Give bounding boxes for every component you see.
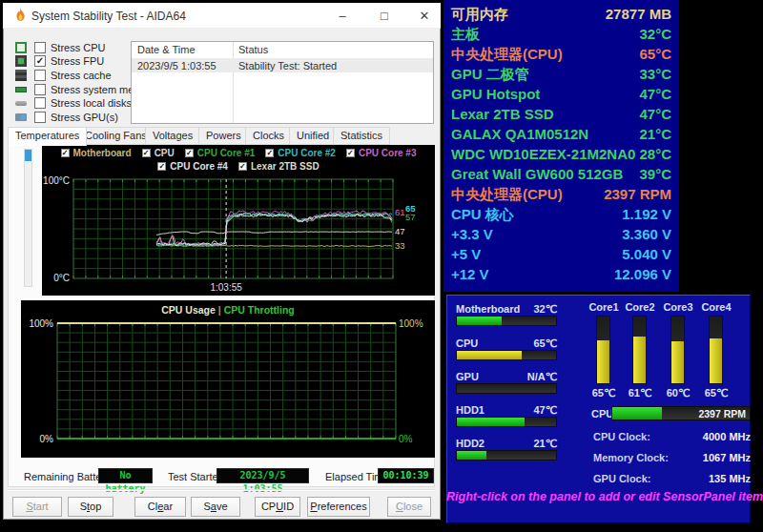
cpu-clock-value: 4000 MHz — [629, 431, 751, 442]
legend-motherboard[interactable]: ✓Motherboard — [61, 147, 132, 158]
tab-temperatures[interactable]: Temperatures — [8, 127, 87, 146]
tab-clocks[interactable]: Clocks — [245, 127, 292, 145]
core1-label: Core1 — [588, 301, 620, 313]
log-col-status[interactable]: Status — [238, 44, 268, 55]
svg-text:1:03:55: 1:03:55 — [210, 282, 242, 293]
stress-fpu-label: Stress FPU — [51, 55, 104, 67]
gauge-hdd2: HDD221℃ — [456, 438, 557, 450]
legend-cpu-core2-checkbox[interactable]: ✓ — [265, 149, 274, 157]
legend-cpu[interactable]: ✓CPU — [142, 147, 175, 158]
core1-value: 65℃ — [588, 387, 620, 399]
sensor-row: GPU 二极管33°C — [443, 66, 679, 86]
minimize-button[interactable]: – — [328, 9, 357, 26]
log-table[interactable]: Date & Time Status 2023/9/5 1:03:55 Stab… — [131, 41, 434, 124]
graph-scrollbar-thumb[interactable] — [25, 150, 31, 161]
sensor-row: +3.3 V3.360 V — [443, 226, 679, 246]
clear-button[interactable]: Clear — [134, 497, 186, 517]
fan-gauge-bar: 2397 RPM — [611, 406, 751, 420]
cpu-usage-chart: 100%0%100%0% — [21, 300, 435, 458]
svg-text:57: 57 — [405, 212, 416, 222]
start-button[interactable]: Start — [12, 497, 62, 517]
svg-text:0%: 0% — [399, 434, 413, 444]
legend-cpu-checkbox[interactable]: ✓ — [142, 149, 151, 157]
core2-label: Core2 — [624, 301, 656, 313]
stress-cpu-label: Stress CPU — [51, 42, 105, 53]
cpuid-button[interactable]: CPUID — [255, 497, 300, 517]
sensor-row: Lexar 2TB SSD47°C — [443, 106, 679, 126]
svg-text:0%: 0% — [40, 434, 54, 444]
legend-motherboard-checkbox[interactable]: ✓ — [61, 149, 70, 157]
legend-cpu-core2[interactable]: ✓CPU Core #2 — [265, 147, 336, 158]
gauge-cpu: CPU65℃ — [456, 338, 557, 350]
log-col-datetime[interactable]: Date & Time — [137, 44, 196, 55]
legend-cpu-core3-checkbox[interactable]: ✓ — [346, 149, 355, 157]
tab-voltages[interactable]: Voltages — [145, 127, 200, 145]
close-button[interactable]: ✕ — [410, 9, 439, 26]
svg-text:61: 61 — [395, 207, 405, 217]
sensor-row: WDC WD10EZEX-21M2NA028°C — [443, 146, 679, 166]
sensor-row: 可用内存27877 MB — [443, 6, 679, 26]
memory-clock-value: 1067 MHz — [629, 452, 751, 463]
save-button[interactable]: Save — [191, 497, 240, 517]
legend-lexar-ssd[interactable]: ✓Lexar 2TB SSD — [238, 160, 320, 172]
fan-gauge-label: CPU — [591, 408, 613, 419]
stress-disks-checkbox[interactable] — [34, 97, 46, 109]
sensor-row: Great Wall GW600 512GB39°C — [443, 166, 679, 186]
gauge-motherboard-bar — [456, 316, 557, 326]
stress-cache-checkbox[interactable] — [34, 70, 46, 81]
legend-cpu-core3[interactable]: ✓CPU Core #3 — [346, 147, 417, 158]
stress-cache-label: Stress cache — [51, 70, 112, 81]
preferences-button[interactable]: Preferences — [307, 497, 370, 517]
gpu-clock-value: 135 MHz — [629, 473, 751, 484]
screen: System Stability Test - AIDA64 – □ ✕ Str… — [0, 0, 763, 532]
stress-cpu-icon — [15, 42, 27, 53]
core2-value: 61℃ — [624, 387, 656, 399]
sensor-row: GALAX QA1M0512N21°C — [443, 126, 679, 146]
gauge-gpu: GPUN/A℃ — [456, 371, 557, 383]
gauge-motherboard: Motherboard32℃ — [456, 303, 557, 316]
test-started-value: 2023/9/5 1:03:55 — [217, 468, 309, 483]
sensor-panel-readings[interactable]: 可用内存27877 MB主板32°C中央处理器(CPU)65°CGPU 二极管3… — [443, 0, 679, 292]
tab-cooling-fans[interactable]: Cooling Fans — [77, 127, 155, 145]
sensorpanel-hint: Right-click on the panel to add or edit … — [446, 490, 751, 503]
log-row-datetime: 2023/9/5 1:03:55 — [137, 60, 217, 72]
gauge-hdd1-bar — [456, 417, 557, 427]
core4-bar — [709, 316, 723, 384]
stress-cpu-checkbox[interactable] — [34, 42, 46, 53]
svg-text:100°C: 100°C — [43, 175, 70, 186]
stop-button[interactable]: Stop — [68, 497, 113, 517]
gauge-hdd1: HDD147℃ — [456, 404, 557, 417]
stress-gpu-checkbox[interactable] — [34, 112, 46, 123]
tab-unified[interactable]: Unified — [289, 127, 337, 145]
divider — [8, 489, 436, 491]
stress-disks-icon — [15, 97, 27, 106]
core3-value: 60℃ — [662, 387, 694, 399]
tab-statistics[interactable]: Statistics — [333, 127, 390, 145]
tab-powers[interactable]: Powers — [198, 127, 249, 145]
sensor-row: CPU 核心1.192 V — [443, 206, 679, 226]
stress-gpu-icon — [15, 112, 27, 121]
core3-bar — [670, 316, 685, 384]
gauge-hdd2-bar — [456, 450, 557, 460]
legend-lexar-ssd-checkbox[interactable]: ✓ — [238, 162, 247, 171]
svg-text:100%: 100% — [29, 318, 53, 329]
stress-fpu-icon — [15, 55, 27, 67]
cpu-usage-title: CPU Usage | CPU Throttling — [21, 304, 435, 316]
stress-fpu-checkbox[interactable]: ✓ — [34, 55, 46, 67]
stress-cache-icon — [15, 70, 27, 81]
graph-scrollbar[interactable] — [24, 149, 32, 287]
aida64-flame-icon — [13, 8, 28, 23]
sensor-row: 中央处理器(CPU)65°C — [443, 46, 679, 66]
legend-cpu-core4[interactable]: ✓CPU Core #4 — [157, 160, 228, 172]
legend-cpu-core4-checkbox[interactable]: ✓ — [157, 162, 166, 171]
temperature-legend-row2: ✓CPU Core #4 ✓Lexar 2TB SSD — [42, 160, 435, 172]
gauge-gpu-bar — [456, 383, 557, 394]
sensor-row: +5 V5.040 V — [443, 246, 679, 266]
core1-bar — [596, 316, 610, 384]
legend-cpu-core1[interactable]: ✓CPU Core #1 — [185, 147, 256, 158]
fan-gauge-value: 2397 RPM — [698, 408, 746, 419]
close-test-button[interactable]: Close — [387, 497, 431, 517]
stress-memory-checkbox[interactable] — [34, 84, 46, 95]
legend-cpu-core1-checkbox[interactable]: ✓ — [185, 149, 194, 157]
maximize-button[interactable]: □ — [370, 9, 399, 26]
